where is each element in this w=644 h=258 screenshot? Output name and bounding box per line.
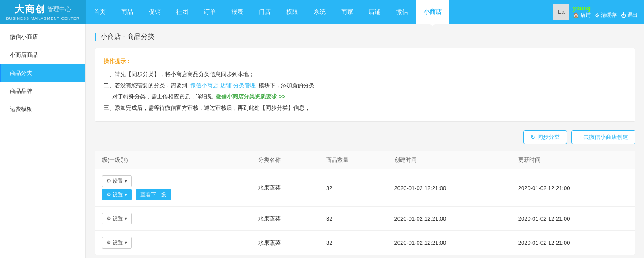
- col-updated: 更新时间: [511, 151, 635, 169]
- table-row: ⚙ 设置 ▾ 水果蔬菜 32 2020-01-02 12:21:00 2020-…: [95, 231, 635, 255]
- col-level: 级(一级别): [95, 151, 251, 169]
- notice-line2: 二、若没有您需要的分类，需要到 微信小商店-店铺-分类管理 模块下，添加新的分类: [104, 80, 626, 91]
- nav-item-reports[interactable]: 报表: [223, 0, 251, 24]
- clear-cache-link[interactable]: ⚙ 清缓存: [595, 12, 617, 19]
- nav-item-home[interactable]: 首页: [86, 0, 113, 24]
- category-table: 级(一级别) 分类名称 商品数量 创建时间 更新时间: [95, 151, 635, 255]
- notice-link-requirements[interactable]: 微信小商店分类资质要求 >>: [216, 93, 285, 100]
- logo-sub: BUSINESS MANAGMENT CENTER: [6, 16, 80, 21]
- nav-item-products[interactable]: 商品: [113, 0, 141, 24]
- notice-line1: 1 一、请先【同步分类】，将小商店商品分类信息同步到本地；: [104, 69, 626, 80]
- page-title: 小商店 - 商品分类: [101, 32, 155, 41]
- settings-btn-1-active[interactable]: ⚙ 设置 ▸: [102, 189, 132, 200]
- settings-btn-1[interactable]: ⚙ 设置 ▾: [102, 175, 132, 187]
- table-cell-name-1: 水果蔬菜: [251, 169, 320, 207]
- table-cell-settings-2: ⚙ 设置 ▾: [95, 207, 251, 231]
- table-header-row: 级(一级别) 分类名称 商品数量 创建时间 更新时间: [95, 151, 635, 169]
- table-cell-updated-1: 2020-01-02 12:21:00: [511, 169, 635, 207]
- sidebar-item-shipping-template[interactable]: 运费模板: [0, 100, 85, 118]
- nav-item-shop[interactable]: 店铺: [361, 0, 388, 24]
- table-row: ⚙ 设置 ▾ 水果蔬菜 32 2020-01-02 12:21:00 2020-…: [95, 207, 635, 231]
- avatar-text: Ea: [558, 9, 565, 15]
- btn-row-1-expanded: ⚙ 设置 ▸ 查看下一级: [102, 189, 244, 200]
- page-header: 小商店 - 商品分类: [95, 32, 635, 41]
- table-cell-count-2: 32: [319, 207, 388, 231]
- notice-box: 操作提示： 1 一、请先【同步分类】，将小商店商品分类信息同步到本地； 二、若没…: [95, 48, 635, 122]
- table-cell-name-3: 水果蔬菜: [251, 231, 320, 255]
- table-cell-name-2: 水果蔬菜: [251, 207, 320, 231]
- notice-title: 操作提示：: [104, 56, 626, 67]
- table-cell-settings-3: ⚙ 设置 ▾: [95, 231, 251, 255]
- settings-btn-3[interactable]: ⚙ 设置 ▾: [102, 237, 132, 249]
- nav-item-mini-shop[interactable]: 小商店: [416, 0, 449, 24]
- table-cell-created-1: 2020-01-02 12:21:00: [388, 169, 511, 207]
- btn-group-1: ⚙ 设置 ▾ ⚙ 设置 ▸ 查看下一级: [102, 175, 244, 200]
- main-content: 小商店 - 商品分类 操作提示： 1 一、请先【同步分类】，将小商店商品分类信息…: [86, 24, 644, 258]
- store-link[interactable]: 🏠 店铺: [573, 12, 591, 19]
- table-cell-created-2: 2020-01-02 12:21:00: [388, 207, 511, 231]
- sidebar-item-wechat-mini[interactable]: 微信小商店: [0, 28, 85, 46]
- nav-item-wechat[interactable]: 微信: [388, 0, 416, 24]
- notice-line3: 对于特殊分类，需上传相应资质，详细见 微信小商店分类资质要求 >>: [104, 91, 626, 102]
- table-wrap: 级(一级别) 分类名称 商品数量 创建时间 更新时间: [95, 150, 635, 255]
- nav-item-merchant[interactable]: 商家: [333, 0, 361, 24]
- table-cell-count-1: 32: [319, 169, 388, 207]
- table-row: ⚙ 设置 ▾ ⚙ 设置 ▸ 查看下一级: [95, 169, 635, 207]
- create-button[interactable]: + 去微信小商店创建: [571, 130, 635, 144]
- sidebar-item-product-category[interactable]: 商品分类: [0, 64, 85, 82]
- sidebar: 微信小商店 小商店商品 商品分类 商品品牌 运费模板: [0, 24, 86, 258]
- col-count: 商品数量: [319, 151, 388, 169]
- table-cell-count-3: 32: [319, 231, 388, 255]
- top-nav: 大商创 管理中心 BUSINESS MANAGMENT CENTER 首页 商品…: [0, 0, 644, 24]
- table-cell-updated-2: 2020-01-02 12:21:00: [511, 207, 635, 231]
- avatar: Ea: [553, 4, 569, 20]
- table-cell-created-3: 2020-01-02 12:21:00: [388, 231, 511, 255]
- logo-title: 大商创: [15, 3, 46, 16]
- layout: 微信小商店 小商店商品 商品分类 商品品牌 运费模板 小商店 - 商品分类 操作…: [0, 24, 644, 258]
- nav-item-promo[interactable]: 促销: [141, 0, 168, 24]
- nav-item-store[interactable]: 门店: [251, 0, 278, 24]
- col-created: 创建时间: [388, 151, 511, 169]
- btn-row-1: ⚙ 设置 ▾: [102, 175, 244, 187]
- sidebar-item-product-brand[interactable]: 商品品牌: [0, 82, 85, 100]
- nav-item-permissions[interactable]: 权限: [278, 0, 306, 24]
- sync-button[interactable]: ↻ 同步分类: [523, 130, 567, 144]
- nav-item-community[interactable]: 社团: [168, 0, 196, 24]
- user-actions: 🏠 店铺 ⚙ 清缓存 ⏻ 退出: [573, 12, 638, 19]
- sync-icon: ↻: [531, 134, 535, 141]
- logout-link[interactable]: ⏻ 退出: [621, 12, 638, 19]
- header-bar: [95, 33, 96, 41]
- view-next-btn-1[interactable]: 查看下一级: [136, 189, 171, 200]
- table-cell-settings-1: ⚙ 设置 ▾ ⚙ 设置 ▸ 查看下一级: [95, 169, 251, 207]
- table-cell-updated-3: 2020-01-02 12:21:00: [511, 231, 635, 255]
- nav-items: 首页 商品 促销 社团 订单 报表 门店 权限 系统 商家 店铺 微信 小商店: [86, 0, 546, 24]
- notice-link-shop-manage[interactable]: 微信小商店-店铺-分类管理: [190, 82, 256, 89]
- action-bar: ↻ 同步分类 + 去微信小商店创建: [95, 130, 635, 144]
- user-area: Ea young 🏠 店铺 ⚙ 清缓存 ⏻ 退出: [546, 0, 644, 24]
- username: young: [573, 5, 638, 12]
- notice-line4: 三、添加完成后，需等待微信官方审核，通过审核后，再到此处【同步分类】信息；: [104, 102, 626, 114]
- nav-item-system[interactable]: 系统: [306, 0, 333, 24]
- settings-btn-2[interactable]: ⚙ 设置 ▾: [102, 213, 132, 224]
- nav-item-orders[interactable]: 订单: [196, 0, 223, 24]
- col-name: 分类名称: [251, 151, 320, 169]
- logo-admin: 管理中心: [47, 6, 71, 13]
- sidebar-item-mini-products[interactable]: 小商店商品: [0, 46, 85, 64]
- logo-area: 大商创 管理中心 BUSINESS MANAGMENT CENTER: [0, 0, 86, 24]
